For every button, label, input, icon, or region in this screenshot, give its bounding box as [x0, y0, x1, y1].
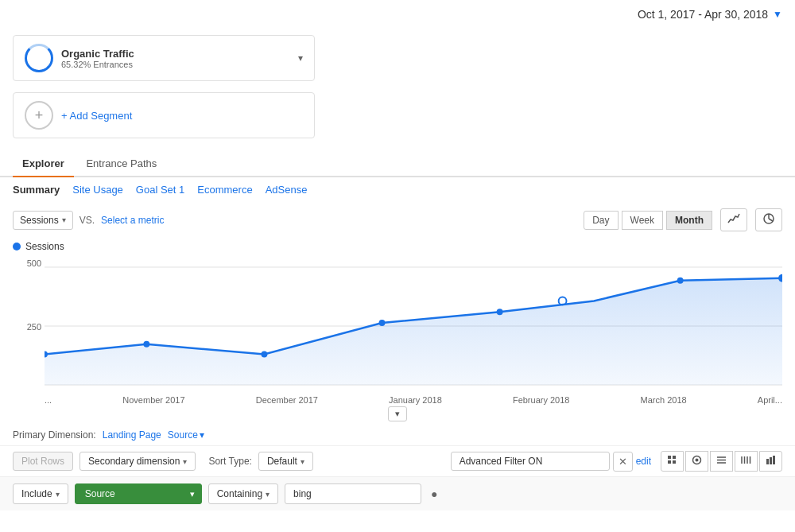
y-axis: 500 250	[13, 258, 41, 386]
svg-point-12	[696, 459, 699, 462]
svg-marker-6	[45, 278, 782, 385]
edit-link[interactable]: edit	[636, 456, 651, 467]
toolbar: Plot Rows Secondary dimension ▾ Sort Typ…	[0, 445, 795, 476]
view-icons	[661, 451, 782, 472]
svg-line-2	[769, 219, 773, 221]
line-chart-button[interactable]	[720, 208, 747, 231]
day-button[interactable]: Day	[584, 211, 618, 230]
tab-explorer[interactable]: Explorer	[13, 151, 74, 177]
subnav-ecommerce[interactable]: Ecommerce	[197, 184, 252, 196]
timeline-dropdown-area: ▾	[13, 406, 782, 421]
x-axis: ... November 2017 December 2017 January …	[45, 394, 782, 405]
secondary-dim-chevron: ▾	[183, 457, 187, 466]
add-segment-card[interactable]: + + Add Segment	[13, 92, 315, 138]
containing-chevron: ▾	[266, 490, 270, 499]
sessions-dot	[13, 243, 21, 250]
line-chart-icon	[727, 212, 740, 225]
bar-chart-view-button[interactable]	[759, 451, 782, 472]
tab-entrance-paths[interactable]: Entrance Paths	[76, 151, 166, 177]
svg-rect-7	[668, 456, 671, 459]
chart-controls-left: Sessions ▾ VS. Select a metric	[13, 211, 164, 230]
source-dropdown[interactable]: Source ▾	[168, 429, 204, 441]
segment-sub: 65.32% Entrances	[61, 60, 290, 69]
containing-button[interactable]: Containing ▾	[208, 483, 278, 504]
svg-rect-9	[668, 460, 671, 464]
sort-label: Sort Type:	[208, 456, 251, 467]
filter-row: Include ▾ Source ▾ Containing ▾ ●	[0, 476, 795, 511]
filter-close-button[interactable]: ●	[431, 487, 437, 500]
columns-view-icon	[741, 455, 751, 465]
filter-text: Advanced Filter ON	[460, 456, 543, 467]
segments-area: Organic Traffic 65.32% Entrances ▾ + + A…	[0, 29, 795, 145]
svg-rect-21	[770, 457, 772, 464]
columns-view-button[interactable]	[735, 451, 758, 472]
data-point-4	[379, 320, 386, 326]
sort-chevron: ▾	[301, 457, 304, 466]
svg-rect-8	[673, 456, 676, 459]
secondary-dim-label: Secondary dimension	[88, 456, 180, 467]
filter-box-wrapper: Advanced Filter ON ✕ edit	[451, 452, 651, 472]
chart-area: Sessions 500 250	[0, 238, 795, 421]
select-metric[interactable]: Select a metric	[101, 215, 164, 226]
header: Oct 1, 2017 - Apr 30, 2018 ▼	[0, 0, 795, 29]
date-range[interactable]: Oct 1, 2017 - Apr 30, 2018 ▼	[638, 8, 782, 21]
tabs-row: Explorer Entrance Paths	[0, 151, 795, 177]
source-filter-arrow: ▾	[190, 489, 195, 499]
x-label-dec: December 2017	[256, 395, 318, 405]
filter-value-input[interactable]	[285, 483, 421, 504]
subnav-site-usage[interactable]: Site Usage	[72, 184, 123, 196]
sessions-legend: Sessions	[13, 238, 782, 258]
metric-label: Sessions	[20, 215, 59, 226]
list-view-icon	[716, 455, 727, 465]
filter-box: Advanced Filter ON	[451, 452, 610, 471]
grid-view-icon	[667, 455, 677, 465]
chart-svg	[45, 258, 782, 394]
week-button[interactable]: Week	[622, 211, 663, 230]
chart-controls: Sessions ▾ VS. Select a metric Day Week …	[0, 202, 795, 238]
organic-traffic-segment[interactable]: Organic Traffic 65.32% Entrances ▾	[13, 35, 315, 81]
svg-rect-10	[673, 460, 676, 464]
grid-view-button[interactable]	[661, 451, 684, 472]
y-label-250: 250	[13, 322, 41, 332]
metric-dropdown[interactable]: Sessions ▾	[13, 211, 73, 230]
landing-page-link[interactable]: Landing Page	[103, 429, 161, 441]
svg-rect-22	[773, 456, 775, 464]
x-label-jan: January 2018	[389, 395, 442, 405]
primary-dimension: Primary Dimension: Landing Page Source ▾	[0, 421, 795, 445]
month-button[interactable]: Month	[666, 211, 712, 230]
circle-view-button[interactable]	[685, 451, 708, 472]
pie-chart-icon	[762, 212, 775, 225]
filter-clear-button[interactable]: ✕	[613, 452, 633, 472]
source-filter-button[interactable]: Source ▾	[75, 483, 202, 504]
sort-value-label: Default	[267, 456, 297, 467]
subnav-summary[interactable]: Summary	[13, 184, 60, 196]
add-segment-icon: +	[25, 101, 53, 130]
subnav: Summary Site Usage Goal Set 1 Ecommerce …	[0, 177, 795, 202]
data-point-3	[261, 351, 267, 358]
include-chevron: ▾	[56, 490, 60, 499]
subnav-goal-set-1[interactable]: Goal Set 1	[136, 184, 184, 196]
data-point-7	[677, 278, 684, 284]
sort-type-button[interactable]: Default ▾	[258, 452, 313, 471]
include-button[interactable]: Include ▾	[13, 483, 68, 504]
subnav-adsense[interactable]: AdSense	[266, 184, 308, 196]
vs-label: VS.	[80, 215, 95, 226]
include-label: Include	[21, 488, 52, 499]
secondary-dimension-button[interactable]: Secondary dimension ▾	[80, 452, 196, 471]
metric-chevron: ▾	[62, 216, 66, 224]
list-view-button[interactable]	[710, 451, 733, 472]
primary-dim-label: Primary Dimension:	[13, 429, 96, 441]
segment-name: Organic Traffic	[61, 48, 290, 60]
source-filter-label: Source	[85, 488, 115, 499]
segment-dropdown-icon[interactable]: ▾	[298, 52, 303, 64]
chart-controls-right: Day Week Month	[584, 208, 782, 231]
timeline-expand-button[interactable]: ▾	[388, 406, 407, 421]
date-range-dropdown-icon[interactable]: ▼	[773, 9, 782, 20]
y-label-500: 500	[13, 258, 41, 268]
data-point-5	[497, 309, 503, 315]
plot-rows-button: Plot Rows	[13, 452, 73, 471]
pie-chart-button[interactable]	[755, 208, 782, 231]
x-label-nov: November 2017	[122, 395, 184, 405]
add-segment-label: + Add Segment	[61, 110, 132, 122]
source-dropdown-icon: ▾	[200, 429, 204, 441]
